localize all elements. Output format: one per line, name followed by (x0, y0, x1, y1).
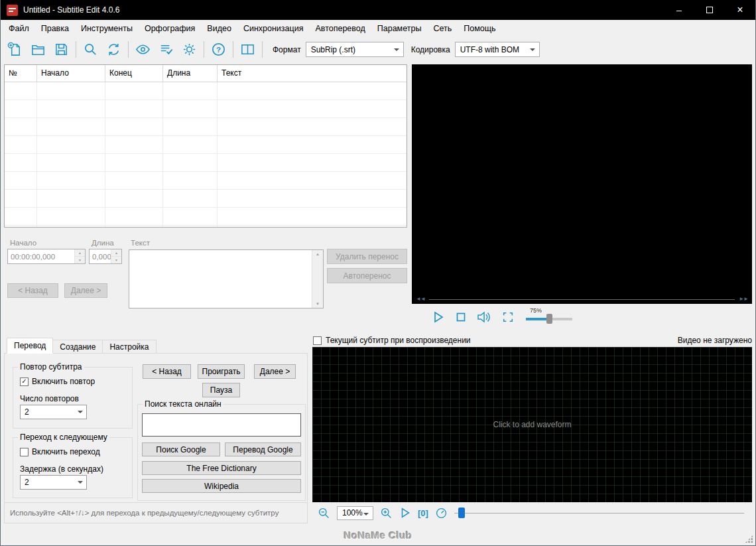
table-row[interactable] (5, 172, 407, 190)
center-position-button[interactable]: [0] (418, 508, 428, 518)
video-display[interactable] (412, 64, 752, 295)
spin-down-icon[interactable]: ▼ (111, 257, 121, 263)
goto-checkbox-row[interactable]: Включить переход (20, 447, 100, 456)
checkbox-checked-icon[interactable] (20, 377, 29, 386)
duration-input[interactable]: 0,000 ▲▼ (89, 249, 122, 264)
table-row[interactable] (5, 208, 407, 226)
new-file-button[interactable] (3, 39, 27, 60)
table-row[interactable] (5, 136, 407, 154)
menu-item-edit[interactable]: Правка (35, 20, 75, 37)
menu-item-spelling[interactable]: Орфография (139, 20, 201, 37)
volume-icon[interactable] (477, 310, 491, 324)
repeat-checkbox-row[interactable]: Включить повтор (20, 377, 95, 386)
subtitle-list[interactable]: № Начало Конец Длина Текст (4, 64, 407, 228)
remove-linebreak-button[interactable]: Удалить перенос (327, 249, 407, 264)
volume-track[interactable] (526, 318, 572, 320)
delay-select[interactable]: 2 (20, 475, 87, 490)
next-button[interactable]: Далее > (254, 364, 296, 379)
autobreak-button[interactable]: Автоперенос (327, 268, 407, 283)
menu-item-network[interactable]: Сеть (427, 20, 458, 37)
spin-up-icon[interactable]: ▲ (111, 249, 121, 257)
start-time-spinner[interactable]: ▲▼ (74, 249, 85, 263)
menu-item-help[interactable]: Помощь (458, 20, 501, 37)
table-row[interactable] (5, 82, 407, 100)
scroll-down-icon[interactable]: ▼ (316, 302, 320, 306)
play-icon[interactable] (432, 310, 445, 324)
open-folder-icon (31, 42, 46, 57)
free-dictionary-button[interactable]: The Free Dictionary (142, 461, 301, 475)
column-header-start[interactable]: Начало (37, 65, 105, 82)
zoom-level-select[interactable]: 100% (337, 506, 373, 520)
waveform-area[interactable]: Click to add waveform (312, 347, 752, 502)
minimize-button[interactable]: – (664, 0, 694, 20)
menu-item-autotranslate[interactable]: Автоперевод (309, 20, 371, 37)
table-row[interactable] (5, 190, 407, 208)
find-button[interactable] (79, 39, 102, 60)
google-translate-button[interactable]: Перевод Google (225, 443, 301, 456)
menu-item-options[interactable]: Параметры (371, 20, 428, 37)
delay-value: 2 (25, 478, 29, 487)
spin-down-icon[interactable]: ▼ (75, 257, 85, 263)
pause-button[interactable]: Пауза (202, 383, 240, 397)
text-scrollbar[interactable]: ▲▼ (312, 250, 323, 308)
layout-button[interactable] (236, 39, 259, 60)
tab-create[interactable]: Создание (52, 340, 103, 354)
spin-up-icon[interactable]: ▲ (75, 249, 85, 257)
encoding-select[interactable]: UTF-8 with BOM (455, 42, 540, 57)
seek-track[interactable] (429, 299, 735, 300)
chevron-down-icon (530, 48, 535, 51)
show-subtitle-checkbox[interactable] (313, 336, 322, 345)
visual-sync-button[interactable] (131, 39, 155, 60)
position-thumb[interactable] (458, 508, 465, 518)
close-button[interactable]: × (725, 0, 755, 20)
help-button[interactable]: ? (207, 39, 230, 60)
position-slider[interactable] (454, 508, 744, 518)
fullscreen-icon[interactable] (502, 311, 514, 323)
repeat-count-select[interactable]: 2 (20, 405, 87, 419)
waveform-play-icon[interactable] (399, 507, 411, 519)
format-select[interactable]: SubRip (.srt) (306, 42, 404, 57)
zoom-in-icon[interactable] (380, 507, 393, 519)
menu-item-tools[interactable]: Инструменты (75, 20, 139, 37)
tab-adjust[interactable]: Настройка (102, 340, 156, 354)
table-row[interactable] (5, 100, 407, 118)
menu-item-file[interactable]: Файл (3, 20, 35, 37)
table-row[interactable] (5, 154, 407, 172)
google-search-button[interactable]: Поиск Google (142, 443, 220, 456)
wikipedia-button[interactable]: Wikipedia (142, 479, 301, 493)
maximize-button[interactable] (694, 0, 725, 20)
settings-button[interactable] (178, 39, 201, 60)
tab-translate[interactable]: Перевод (7, 338, 53, 354)
subtitle-text-area[interactable]: ▲▼ (129, 249, 324, 308)
start-time-input[interactable]: 00:00:00,000 ▲▼ (7, 249, 86, 264)
open-file-button[interactable] (27, 39, 50, 60)
search-text-input[interactable] (142, 413, 301, 437)
table-row[interactable] (5, 226, 407, 228)
volume-thumb[interactable] (546, 314, 552, 324)
duration-spinner[interactable]: ▲▼ (111, 249, 121, 263)
scroll-up-icon[interactable]: ▲ (316, 252, 320, 256)
playback-speed-icon[interactable] (435, 507, 448, 519)
column-header-text[interactable]: Текст (218, 65, 407, 82)
toolbar-separator (262, 41, 263, 58)
table-row[interactable] (5, 118, 407, 136)
menu-item-synchronization[interactable]: Синхронизация (237, 20, 310, 37)
column-header-duration[interactable]: Длина (163, 65, 218, 82)
prev-subtitle-button[interactable]: < Назад (7, 283, 58, 298)
zoom-out-icon[interactable] (318, 507, 330, 519)
seek-back-icon[interactable]: ◄◄ (416, 297, 425, 302)
volume-slider[interactable]: 75% (526, 308, 578, 326)
fix-errors-button[interactable] (155, 39, 178, 60)
play-current-button[interactable]: Проиграть (198, 364, 245, 379)
next-subtitle-button[interactable]: Далее > (64, 283, 107, 298)
menu-item-video[interactable]: Видео (201, 20, 237, 37)
column-header-end[interactable]: Конец (105, 65, 163, 82)
seek-forward-icon[interactable]: ►► (739, 297, 748, 302)
column-header-number[interactable]: № (5, 65, 37, 82)
replace-button[interactable] (102, 39, 125, 60)
save-button[interactable] (50, 39, 73, 60)
video-seek-bar[interactable]: ◄◄ ►► (412, 295, 752, 304)
stop-icon[interactable] (456, 312, 466, 322)
checkbox-unchecked-icon[interactable] (20, 448, 29, 456)
back-button[interactable]: < Назад (143, 364, 191, 379)
